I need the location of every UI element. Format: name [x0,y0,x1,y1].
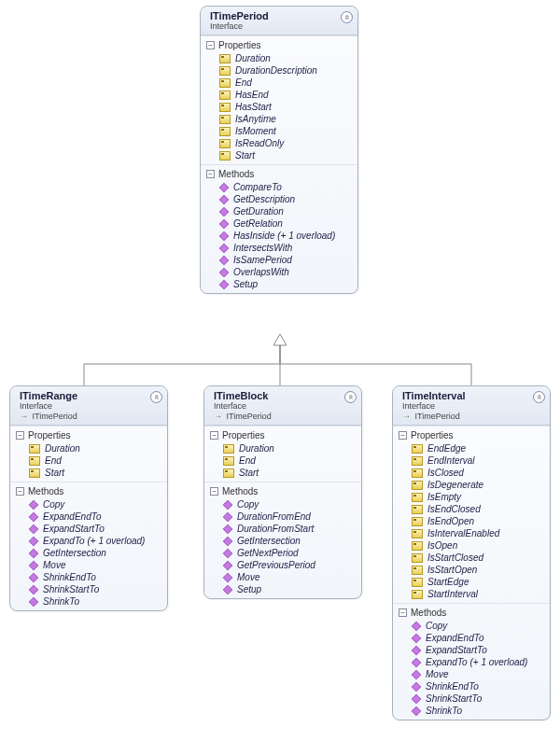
property-member[interactable]: Start [14,467,163,479]
method-member[interactable]: GetNextPeriod [208,547,357,559]
section-title[interactable]: −Methods [397,606,546,620]
property-member[interactable]: IsEmpty [397,491,546,503]
property-member[interactable]: StartInterval [397,588,546,600]
method-member[interactable]: Move [208,571,357,583]
method-member[interactable]: ShrinkTo [397,705,546,717]
collapse-icon[interactable] [344,391,357,403]
section-title[interactable]: −Properties [204,38,354,52]
method-member[interactable]: Setup [208,583,357,595]
method-member[interactable]: DurationFromStart [208,523,357,535]
property-member[interactable]: IsDegenerate [397,479,546,491]
property-member[interactable]: DurationDescription [204,64,354,77]
method-icon [219,231,230,241]
method-member[interactable]: ShrinkStartTo [397,692,546,705]
property-member[interactable]: Start [208,467,357,479]
expander-icon[interactable]: − [16,487,24,496]
section-title[interactable]: −Properties [397,428,546,442]
method-member[interactable]: ExpandTo (+ 1 overload) [397,656,546,668]
method-member[interactable]: ExpandStartTo [397,644,546,656]
section-properties: −PropertiesDurationEndStart [10,426,167,482]
property-member[interactable]: IsOpen [397,539,546,552]
property-icon [412,444,423,454]
section-title[interactable]: −Properties [208,428,357,442]
method-member[interactable]: GetIntersection [208,535,357,547]
method-member[interactable]: ExpandEndTo [397,632,546,644]
property-member[interactable]: Start [204,149,354,161]
method-member[interactable]: ExpandEndTo [14,510,163,523]
expander-icon[interactable]: − [210,431,218,440]
collapse-icon[interactable] [341,11,353,23]
method-member[interactable]: ExpandTo (+ 1 overload) [14,535,163,547]
property-member[interactable]: IsAnytime [204,113,354,125]
method-member[interactable]: IsSamePeriod [204,254,354,266]
property-member[interactable]: EndInterval [397,454,546,467]
collapse-icon[interactable] [533,391,545,403]
expander-icon[interactable]: − [210,487,218,496]
property-member[interactable]: Duration [208,442,357,454]
property-member[interactable]: Duration [204,52,354,64]
collapse-icon[interactable] [150,391,162,403]
class-name: ITimeInterval [402,390,542,401]
method-member[interactable]: DurationFromEnd [208,510,357,523]
method-member[interactable]: Copy [14,498,163,510]
method-member[interactable]: Setup [204,278,354,290]
section-title[interactable]: −Properties [14,428,163,442]
method-member[interactable]: GetIntersection [14,547,163,559]
method-member[interactable]: HasInside (+ 1 overload) [204,230,354,242]
expander-icon[interactable]: − [16,431,24,440]
method-member[interactable]: Copy [397,620,546,632]
property-member[interactable]: IsIntervalEnabled [397,527,546,539]
method-member[interactable]: Move [397,668,546,680]
inherits-name: ITimePeriod [413,412,460,421]
property-member[interactable]: End [204,77,354,89]
member-name: GetIntersection [43,548,106,558]
method-member[interactable]: OverlapsWith [204,266,354,278]
property-member[interactable]: HasEnd [204,89,354,101]
property-member[interactable]: End [208,454,357,467]
expander-icon[interactable]: − [206,41,215,49]
method-member[interactable]: GetRelation [204,217,354,230]
property-member[interactable]: IsMoment [204,125,354,137]
method-icon [29,584,39,594]
property-member[interactable]: IsEndOpen [397,515,546,527]
property-icon [223,468,234,478]
section-title-text: Methods [411,608,446,618]
method-member[interactable]: GetPreviousPeriod [208,559,357,571]
method-member[interactable]: ShrinkStartTo [14,583,163,595]
member-name: ExpandEndTo [426,633,483,643]
property-member[interactable]: EndEdge [397,442,546,454]
expander-icon[interactable]: − [399,431,407,440]
section-title[interactable]: −Methods [208,484,357,498]
method-member[interactable]: ShrinkTo [14,595,163,608]
section-title[interactable]: −Methods [204,167,354,181]
method-member[interactable]: ExpandStartTo [14,523,163,535]
property-icon [412,517,423,526]
property-member[interactable]: Duration [14,442,163,454]
expander-icon[interactable]: − [399,608,407,617]
method-member[interactable]: GetDescription [204,193,354,205]
method-icon [223,572,233,582]
method-member[interactable]: GetDuration [204,205,354,217]
property-member[interactable]: IsStartClosed [397,552,546,564]
method-member[interactable]: ShrinkEndTo [397,680,546,692]
property-member[interactable]: IsStartOpen [397,564,546,576]
property-icon [412,529,423,538]
method-member[interactable]: Copy [208,498,357,510]
property-member[interactable]: StartEdge [397,576,546,588]
method-member[interactable]: ShrinkEndTo [14,571,163,583]
member-name: IsIntervalEnabled [427,528,499,538]
method-member[interactable]: Move [14,559,163,571]
class-header: ITimeIntervalInterface→ ITimePeriod [393,386,550,426]
property-member[interactable]: IsClosed [397,467,546,479]
section-title-text: Properties [218,40,261,50]
section-title[interactable]: −Methods [14,484,163,498]
property-member[interactable]: IsEndClosed [397,503,546,515]
section-properties: −PropertiesDurationEndStart [204,426,361,482]
property-member[interactable]: End [14,454,163,467]
property-member[interactable]: IsReadOnly [204,137,354,149]
class-box-itimeblock: ITimeBlockInterface→ ITimePeriod−Propert… [203,385,362,599]
method-member[interactable]: CompareTo [204,181,354,193]
expander-icon[interactable]: − [206,170,215,178]
method-member[interactable]: IntersectsWith [204,242,354,254]
property-member[interactable]: HasStart [204,101,354,113]
